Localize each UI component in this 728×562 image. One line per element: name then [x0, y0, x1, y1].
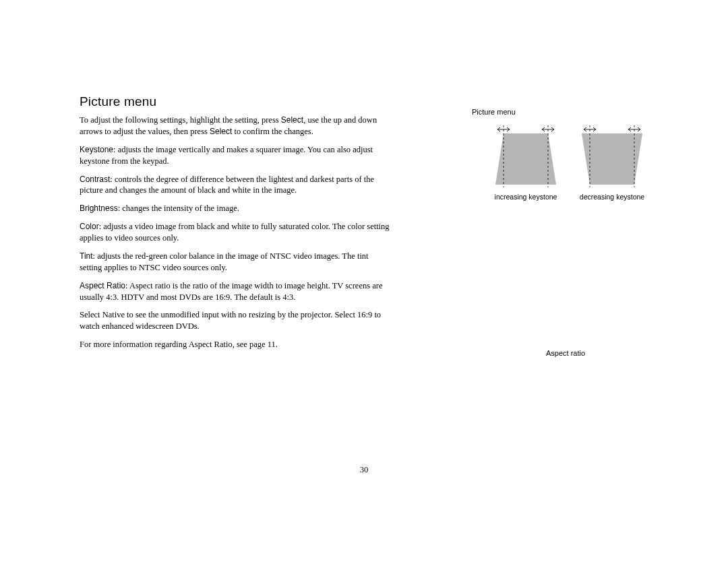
- color-label: Color: [80, 222, 99, 231]
- more-info-paragraph: For more information regarding Aspect Ra…: [80, 339, 390, 350]
- color-paragraph: Color: adjusts a video image from black …: [80, 221, 390, 244]
- decreasing-caption: decreasing keystone: [578, 193, 646, 201]
- tint-label: Tint: [80, 251, 93, 261]
- brightness-text: : changes the intensity of the image.: [118, 204, 239, 213]
- brightness-label: Brightness: [80, 204, 118, 213]
- page-title: Picture menu: [80, 94, 390, 109]
- contrast-label: Contrast: [80, 175, 110, 184]
- tint-paragraph: Tint: adjusts the red-green color balanc…: [80, 251, 390, 274]
- brightness-paragraph: Brightness: changes the intensity of the…: [80, 203, 390, 214]
- keystone-text: : adjusts the image vertically and makes…: [80, 145, 373, 166]
- page-number: 30: [0, 465, 728, 475]
- aspect-label: Aspect Ratio: [80, 281, 125, 290]
- keystone-label: Keystone: [80, 145, 113, 154]
- intro-paragraph: To adjust the following settings, highli…: [80, 115, 390, 137]
- increasing-keystone-figure: increasing keystone: [492, 125, 559, 201]
- increasing-caption: increasing keystone: [492, 193, 559, 201]
- aspect-ratio-label: Aspect ratio: [546, 349, 585, 357]
- aspect-paragraph: Aspect Ratio: Aspect ratio is the ratio …: [80, 280, 390, 303]
- left-column: Picture menu To adjust the following set…: [80, 94, 390, 357]
- trapezoid-decreasing-icon: [578, 125, 646, 187]
- svg-marker-0: [495, 133, 556, 185]
- select-label: Select: [281, 115, 303, 125]
- contrast-paragraph: Contrast: controls the degree of differe…: [80, 174, 390, 197]
- decreasing-keystone-figure: decreasing keystone: [578, 125, 646, 201]
- svg-marker-5: [582, 133, 642, 185]
- figure-title: Picture menu: [472, 108, 661, 116]
- right-column: Picture menu: [472, 108, 661, 201]
- select-label-2: Select: [210, 127, 232, 136]
- intro-prefix: To adjust the following settings, highli…: [80, 115, 281, 125]
- native-paragraph: Select Native to see the unmodified inpu…: [80, 309, 390, 332]
- intro-suffix: to confirm the changes.: [232, 127, 313, 136]
- tint-text: : adjusts the red-green color balance in…: [80, 251, 369, 272]
- keystone-paragraph: Keystone: adjusts the image vertically a…: [80, 144, 390, 167]
- document-page: Picture menu To adjust the following set…: [0, 0, 728, 562]
- keystone-figures: increasing keystone: [492, 125, 661, 201]
- aspect-text: : Aspect ratio is the ratio of the image…: [80, 281, 382, 302]
- color-text: : adjusts a video image from black and w…: [80, 222, 390, 243]
- trapezoid-increasing-icon: [492, 125, 559, 187]
- contrast-text: : controls the degree of difference betw…: [80, 175, 374, 195]
